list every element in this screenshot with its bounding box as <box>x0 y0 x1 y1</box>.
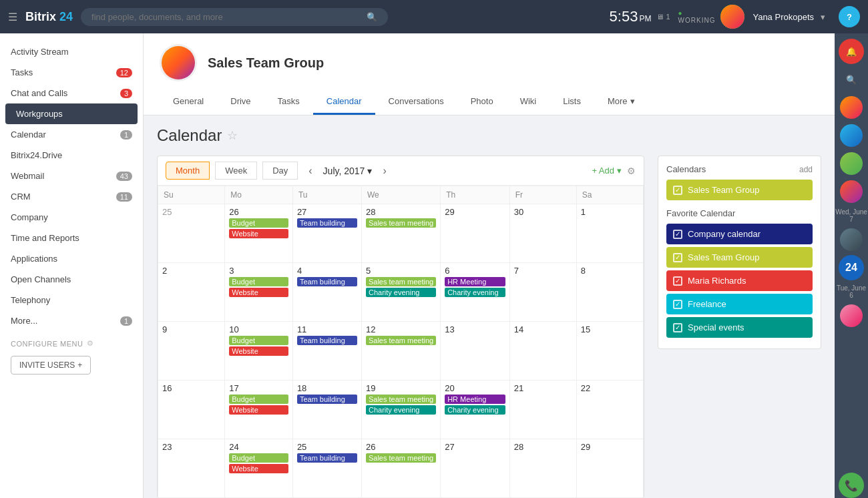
sidebar-item-company[interactable]: Company <box>0 207 143 228</box>
tab-calendar[interactable]: Calendar <box>313 89 375 115</box>
tab-lists[interactable]: Lists <box>550 89 594 115</box>
calendar-event[interactable]: Sales team meeting <box>366 277 436 286</box>
calendar-settings-icon[interactable]: ⚙ <box>627 166 636 176</box>
calendar-day-cell[interactable]: 28 <box>509 439 576 498</box>
menu-icon[interactable]: ☰ <box>8 11 17 23</box>
calendar-event[interactable]: Sales team meeting <box>366 453 436 463</box>
invite-users-button[interactable]: INVITE USERS + <box>11 356 91 375</box>
calendar-day-cell[interactable]: 27 <box>441 439 509 498</box>
calendar-day-cell[interactable]: 5Sales team meetingCharity evening <box>361 263 440 322</box>
calendar-event[interactable]: HR Meeting <box>445 395 505 404</box>
add-event-button[interactable]: + Add ▾ <box>592 166 622 176</box>
calendar-event[interactable]: Charity evening <box>445 405 505 415</box>
calendar-checkbox[interactable] <box>673 323 682 332</box>
calendar-checkbox[interactable] <box>673 253 682 262</box>
calendar-day-cell[interactable]: 24BudgetWebsite <box>225 439 293 498</box>
right-avatar-1[interactable] <box>839 95 864 120</box>
search-input[interactable] <box>91 12 361 22</box>
calendar-day-cell[interactable]: 26Sales team meeting <box>361 439 440 498</box>
calendar-event[interactable]: HR Meeting <box>445 277 505 286</box>
tab-tasks[interactable]: Tasks <box>264 89 313 115</box>
tab-general[interactable]: General <box>160 89 217 115</box>
calendar-day-cell[interactable]: 10BudgetWebsite <box>225 322 293 381</box>
calendar-item-special-events[interactable]: Special events <box>666 317 813 338</box>
calendar-day-cell[interactable]: 26BudgetWebsite <box>225 204 293 263</box>
calendar-day-cell[interactable]: 28Sales team meeting <box>361 204 440 263</box>
tab-photo[interactable]: Photo <box>457 89 507 115</box>
sidebar-item-webmail[interactable]: Webmail 43 <box>0 166 143 186</box>
calendar-day-cell[interactable]: 20HR MeetingCharity evening <box>441 381 509 439</box>
calendar-event[interactable]: Website <box>229 405 288 415</box>
calendar-day-cell[interactable]: 14 <box>509 322 576 381</box>
sidebar-item-more[interactable]: More... 1 <box>0 310 143 331</box>
calendar-checkbox[interactable] <box>673 230 682 239</box>
calendar-day-cell[interactable]: 9 <box>158 322 225 381</box>
calendar-event[interactable]: Website <box>229 288 288 297</box>
week-view-button[interactable]: Week <box>215 162 257 180</box>
calendar-day-cell[interactable]: 25Team building <box>292 439 361 498</box>
calendar-day-cell[interactable]: 15 <box>576 322 643 381</box>
bitrix24-icon[interactable]: 24 <box>839 255 864 280</box>
calendar-checkbox[interactable] <box>673 276 682 286</box>
sidebar-item-tasks[interactable]: Tasks 12 <box>0 62 143 83</box>
sidebar-item-drive[interactable]: Bitrix24.Drive <box>0 145 143 166</box>
calendar-day-cell[interactable]: 12Sales team meeting <box>361 322 440 381</box>
calendar-item-salesteam-fav[interactable]: Sales Team Group <box>666 247 813 268</box>
calendar-day-cell[interactable]: 22 <box>576 381 643 439</box>
calendar-event[interactable]: Team building <box>297 395 357 404</box>
calendar-day-cell[interactable]: 13 <box>441 322 509 381</box>
calendar-item-maria[interactable]: Maria Richards <box>666 270 813 291</box>
calendar-event[interactable]: Sales team meeting <box>366 218 436 228</box>
calendar-day-cell[interactable]: 11Team building <box>292 322 361 381</box>
calendar-event[interactable]: Website <box>229 464 288 473</box>
calendar-checkbox[interactable] <box>673 300 682 309</box>
notifications-bell-icon[interactable]: 🔔 <box>839 39 864 64</box>
calendar-day-cell[interactable]: 27Team building <box>292 204 361 263</box>
calendar-event[interactable]: Charity evening <box>445 288 505 297</box>
calendar-event[interactable]: Team building <box>297 218 357 228</box>
calendar-day-cell[interactable]: 6HR MeetingCharity evening <box>441 263 509 322</box>
calendar-day-cell[interactable]: 25 <box>158 204 225 263</box>
calendar-day-cell[interactable]: 23 <box>158 439 225 498</box>
phone-icon[interactable]: 📞 <box>839 473 864 498</box>
calendar-event[interactable]: Budget <box>229 218 288 228</box>
calendar-event[interactable]: Charity evening <box>366 405 436 415</box>
right-search-icon[interactable]: 🔍 <box>839 67 864 92</box>
calendar-day-cell[interactable]: 29 <box>576 439 643 498</box>
gear-icon[interactable]: ⚙ <box>87 339 94 348</box>
calendar-event[interactable]: Team building <box>297 453 357 463</box>
calendar-event[interactable]: Website <box>229 346 288 356</box>
calendar-day-cell[interactable]: 8 <box>576 263 643 322</box>
help-button[interactable]: ? <box>839 6 860 27</box>
tab-more[interactable]: More ▾ <box>594 89 648 115</box>
calendar-event[interactable]: Sales team meeting <box>366 395 436 404</box>
calendar-event[interactable]: Budget <box>229 336 288 345</box>
right-avatar-5[interactable] <box>839 227 864 252</box>
calendar-event[interactable]: Team building <box>297 277 357 286</box>
sidebar-item-chat[interactable]: Chat and Calls 3 <box>0 83 143 103</box>
day-view-button[interactable]: Day <box>262 162 298 180</box>
calendar-event[interactable]: Budget <box>229 277 288 286</box>
calendar-day-cell[interactable]: 3BudgetWebsite <box>225 263 293 322</box>
sidebar-item-timereports[interactable]: Time and Reports <box>0 228 143 248</box>
next-month-button[interactable]: › <box>377 162 391 180</box>
calendar-item-freelance[interactable]: Freelance <box>666 294 813 314</box>
favorite-star-icon[interactable]: ☆ <box>227 128 238 143</box>
calendar-event[interactable]: Team building <box>297 336 357 345</box>
calendars-add-link[interactable]: add <box>799 165 813 174</box>
calendar-day-cell[interactable]: 7 <box>509 263 576 322</box>
month-view-button[interactable]: Month <box>166 162 210 180</box>
calendar-item-company[interactable]: Company calendar <box>666 224 813 244</box>
calendar-event[interactable]: Sales team meeting <box>366 336 436 345</box>
calendar-day-cell[interactable]: 2 <box>158 263 225 322</box>
sidebar-item-activity[interactable]: Activity Stream <box>0 41 143 62</box>
calendar-day-cell[interactable]: 21 <box>509 381 576 439</box>
prev-month-button[interactable]: ‹ <box>303 162 317 180</box>
calendar-day-cell[interactable]: 4Team building <box>292 263 361 322</box>
calendar-item-salesteam-top[interactable]: Sales Team Group <box>666 180 813 200</box>
tab-conversations[interactable]: Conversations <box>375 89 457 115</box>
sidebar-item-workgroups[interactable]: Workgroups <box>5 103 138 124</box>
calendar-event[interactable]: Budget <box>229 395 288 404</box>
calendar-event[interactable]: Charity evening <box>366 288 436 297</box>
right-avatar-2[interactable] <box>839 123 864 148</box>
